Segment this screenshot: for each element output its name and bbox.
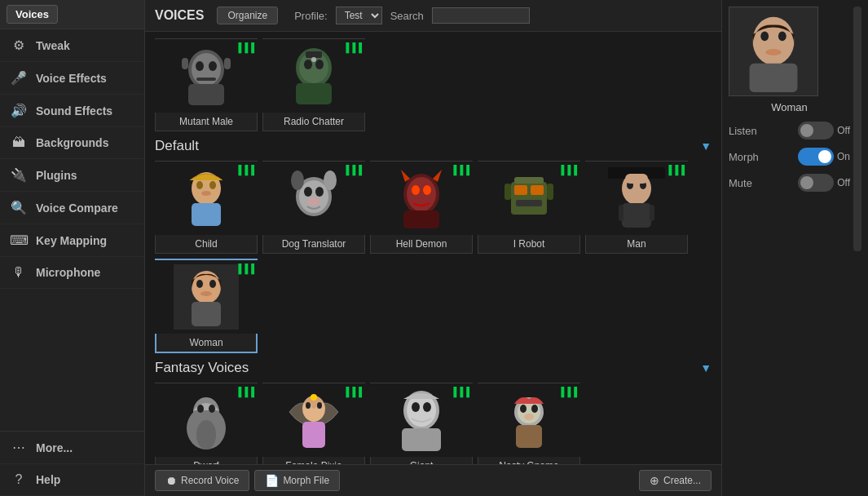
svg-rect-54: [650, 205, 654, 221]
sidebar-item-key-mapping[interactable]: ⌨ Key Mapping: [0, 224, 144, 257]
voice-card-female-pixie[interactable]: ▐▐▐ Female Pixie: [262, 383, 365, 464]
svg-point-61: [200, 291, 212, 296]
morph-icon: 📄: [265, 474, 279, 487]
svg-rect-15: [296, 83, 332, 104]
collapse-default-button[interactable]: ▼: [700, 140, 712, 153]
morph-file-button[interactable]: 📄 Morph File: [254, 470, 340, 491]
sidebar-item-tweak[interactable]: ⚙ Tweak: [0, 29, 144, 62]
mute-toggle[interactable]: [798, 174, 834, 192]
voice-card-giant[interactable]: ▐▐▐ Giant: [370, 383, 473, 464]
create-button[interactable]: ⊕ Create...: [639, 470, 712, 491]
morph-toggle[interactable]: [798, 148, 834, 166]
voice-card-hell-demon[interactable]: ▐▐▐ Hell Demon: [370, 161, 473, 254]
voice-img-hell-demon: ▐▐▐: [370, 162, 473, 235]
sidebar-label-more: More...: [36, 441, 73, 454]
organize-button[interactable]: Organize: [217, 7, 278, 24]
bottom-bar: ⏺ Record Voice 📄 Morph File ⊕ Create...: [145, 464, 721, 496]
voice-card-woman[interactable]: ▐▐▐ Woman: [155, 259, 258, 353]
voice-card-radio-chatter[interactable]: ▐▐▐ Radio Chatter: [262, 38, 365, 131]
svg-rect-86: [516, 425, 542, 448]
voice-card-nasty-gnome[interactable]: ▐▐▐ Nasty Gnome: [478, 383, 580, 464]
signal-dwarf: ▐▐▐: [236, 387, 254, 396]
sidebar-item-microphone[interactable]: 🎙 Microphone: [0, 257, 144, 289]
bottom-left-buttons: ⏺ Record Voice 📄 Morph File: [155, 470, 340, 491]
signal-nasty-gnome: ▐▐▐: [558, 387, 577, 396]
sound-effects-icon: 🔊: [10, 103, 28, 118]
voice-name-radio-chatter: Radio Chatter: [263, 113, 364, 131]
profile-select[interactable]: Test: [336, 7, 382, 24]
sidebar-top: Voices: [0, 0, 144, 29]
voice-img-dog-translator: ▐▐▐: [262, 162, 365, 235]
listen-control: Listen Off: [729, 122, 850, 140]
record-voice-button[interactable]: ⏺ Record Voice: [155, 470, 249, 491]
sidebar-item-backgrounds[interactable]: 🏔 Backgrounds: [0, 127, 144, 159]
voice-name-woman-default: Woman: [156, 334, 256, 352]
right-panel: Woman Listen Off Morph On Mute: [721, 0, 868, 496]
signal-radio-chatter: ▐▐▐: [343, 42, 362, 52]
svg-rect-3: [188, 84, 224, 105]
svg-point-57: [192, 271, 221, 303]
svg-point-72: [317, 402, 322, 409]
svg-rect-41: [514, 185, 527, 195]
voice-name-dog-translator: Dog Translator: [263, 235, 364, 253]
sidebar-label-voice-effects: Voice Effects: [36, 72, 107, 85]
search-input[interactable]: [432, 7, 530, 24]
right-panel-scrollbar[interactable]: [853, 7, 861, 251]
svg-point-30: [307, 197, 320, 206]
sidebar-item-more[interactable]: ⋯ More...: [0, 432, 144, 464]
voices-button[interactable]: Voices: [7, 5, 58, 24]
voice-card-mutant-male[interactable]: ▐▐▐ Mutant Male: [155, 38, 258, 131]
main-content: VOICES Organize Profile: Test Search ▐▐▐: [145, 0, 721, 496]
plugins-icon: 🔌: [10, 167, 28, 183]
search-label: Search: [390, 10, 424, 22]
svg-rect-21: [192, 203, 221, 226]
svg-point-78: [423, 402, 431, 412]
sidebar-item-help[interactable]: ? Help: [0, 464, 144, 496]
svg-point-90: [778, 31, 786, 41]
svg-rect-38: [403, 210, 439, 228]
svg-rect-8: [196, 78, 216, 81]
voice-img-i-robot: ▐▐▐: [478, 162, 580, 235]
fantasy-voices-grid: ▐▐▐ Dwarf ▐▐▐: [155, 383, 712, 464]
svg-point-73: [311, 394, 317, 401]
sidebar-item-sound-effects[interactable]: 🔊 Sound Effects: [0, 95, 144, 127]
svg-point-89: [760, 31, 769, 41]
voice-card-child[interactable]: ▐▐▐ Child: [155, 161, 258, 254]
voice-name-dwarf: Dwarf: [156, 457, 257, 464]
voice-name-female-pixie: Female Pixie: [263, 457, 364, 464]
svg-point-29: [315, 187, 324, 197]
sidebar-label-help: Help: [36, 473, 60, 486]
sidebar-item-plugins[interactable]: 🔌 Plugins: [0, 159, 144, 192]
listen-toggle[interactable]: [798, 122, 834, 140]
voice-img-radio-chatter: ▐▐▐: [262, 39, 365, 113]
svg-point-37: [423, 185, 431, 195]
profile-label: Profile:: [294, 10, 327, 22]
voice-card-dog-translator[interactable]: ▐▐▐ Dog Translator: [262, 161, 365, 254]
svg-rect-6: [182, 58, 188, 69]
collapse-fantasy-button[interactable]: ▼: [700, 361, 712, 374]
sidebar-label-voice-compare: Voice Compare: [36, 202, 118, 215]
voice-name-child: Child: [156, 235, 257, 253]
create-label: Create...: [663, 475, 701, 486]
section-fantasy-header: Fantasy Voices ▼: [155, 360, 712, 376]
voice-img-female-pixie: ▐▐▐: [262, 383, 365, 457]
svg-point-16: [311, 57, 316, 62]
morph-control: Morph On: [729, 148, 850, 166]
sidebar-item-voice-effects[interactable]: 🎤 Voice Effects: [0, 62, 144, 95]
sidebar-label-tweak: Tweak: [36, 39, 70, 52]
mute-label: Mute: [729, 177, 752, 189]
svg-point-13: [304, 60, 312, 69]
tweak-icon: ⚙: [10, 38, 28, 53]
sidebar-label-key-mapping: Key Mapping: [36, 234, 107, 247]
voice-card-i-robot[interactable]: ▐▐▐ I Robot: [478, 161, 580, 254]
svg-point-14: [315, 60, 324, 69]
svg-point-59: [209, 280, 216, 288]
help-icon: ?: [10, 472, 28, 487]
svg-rect-44: [504, 184, 511, 200]
voice-card-man[interactable]: ▐▐▐ Man: [585, 161, 688, 254]
svg-point-22: [201, 191, 211, 196]
sidebar-item-voice-compare[interactable]: 🔍 Voice Compare: [0, 192, 144, 224]
voices-body[interactable]: ▐▐▐ Mutant Male: [145, 32, 721, 464]
svg-point-20: [209, 181, 216, 189]
voice-card-dwarf[interactable]: ▐▐▐ Dwarf: [155, 383, 258, 464]
